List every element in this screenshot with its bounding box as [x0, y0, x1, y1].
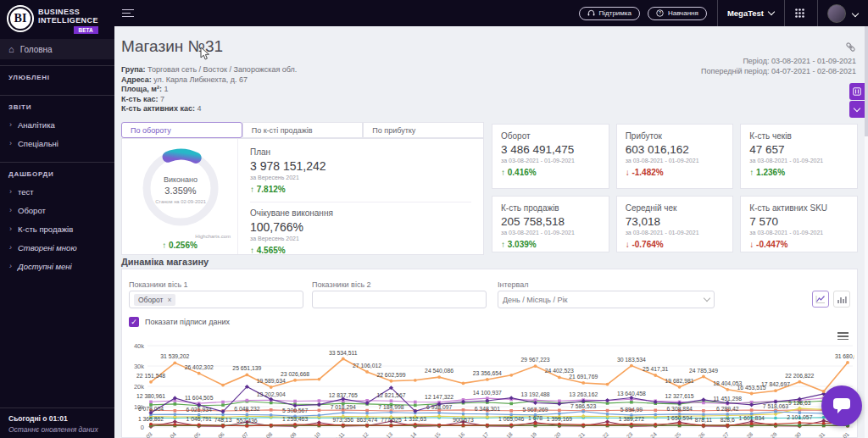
- svg-text:08-04: 08-04: [163, 430, 177, 438]
- store-info: Група: Торговая сеть / Восток / Запорожс…: [121, 65, 297, 114]
- account-name: MegaTest: [727, 8, 764, 18]
- tab-by-profit[interactable]: По прибутку: [363, 122, 484, 138]
- current-period: Період: 03-08-2021 - 01-09-2021: [701, 56, 856, 66]
- svg-text:7 518,063: 7 518,063: [763, 403, 788, 409]
- sidebar-item-available-to-me[interactable]: › Доступні мені: [8, 257, 106, 275]
- show-data-labels-checkbox[interactable]: ✓ Показати підписи даних: [129, 317, 230, 327]
- svg-text:29 967,223: 29 967,223: [521, 357, 550, 363]
- user-avatar[interactable]: [827, 4, 846, 23]
- chat-widget-button[interactable]: [821, 385, 862, 426]
- kpi-value: 3 486 491,475: [501, 143, 600, 156]
- tab-by-turnover[interactable]: По обороту: [121, 122, 242, 138]
- svg-text:08-06: 08-06: [211, 430, 225, 438]
- collapse-panel-button[interactable]: [849, 101, 865, 118]
- info-row: К-сть кас: 7: [121, 95, 297, 105]
- svg-text:08-29: 08-29: [764, 430, 778, 438]
- sidebar-item-turnover[interactable]: › Оборот: [8, 201, 106, 219]
- chevron-right-icon: ›: [9, 121, 12, 129]
- svg-text:31 680,64: 31 680,64: [835, 353, 854, 359]
- kpi-card-sales-count: К-сть продажів 205 758,518 за 03-08-2021…: [492, 196, 609, 252]
- svg-text:31 539,202: 31 539,202: [160, 353, 189, 359]
- kpi-title: Середній чек: [626, 203, 725, 213]
- gauge-center-label: Виконано: [164, 175, 198, 184]
- sidebar-item-label: Створені мною: [18, 243, 77, 252]
- svg-text:08-11: 08-11: [331, 430, 346, 438]
- kpi-delta: ↓ -0.447%: [749, 240, 787, 249]
- svg-text:08-07: 08-07: [235, 430, 249, 438]
- svg-text:13 640,458: 13 640,458: [617, 391, 646, 396]
- axis2-multiselect[interactable]: [312, 291, 487, 308]
- line-chart-toggle[interactable]: [812, 291, 829, 308]
- kpi-delta: ↓ -1.482%: [626, 168, 664, 177]
- scrollbar-thumb[interactable]: [865, 26, 868, 136]
- svg-text:23 356,654: 23 356,654: [473, 370, 502, 376]
- sidebar-toggle-button[interactable]: [122, 7, 134, 19]
- svg-text:777,525: 777,525: [381, 417, 402, 423]
- svg-text:12 380,961: 12 380,961: [136, 393, 165, 399]
- plan-execution-card: Виконано 3.359% Станом на 02-09-2021 Hig…: [121, 138, 484, 255]
- sidebar-item-sales-count[interactable]: › К-сть продажів: [8, 219, 106, 238]
- training-button[interactable]: ? Навчання: [648, 7, 707, 20]
- home-icon: ⌂: [8, 44, 14, 54]
- dynamics-line-chart: 010k20k30k40k08-0308-0408-0508-0608-0708…: [125, 329, 854, 438]
- execution-gauge: Виконано 3.359% Станом на 02-09-2021 Hig…: [122, 139, 238, 254]
- svg-text:25 417,31: 25 417,31: [643, 366, 668, 372]
- apps-grid-button[interactable]: [794, 8, 805, 19]
- axis1-multiselect[interactable]: Оборот ×: [129, 291, 303, 308]
- sidebar-section-favorites: УЛЮБЛЕНІ: [0, 65, 114, 89]
- interval-select[interactable]: День / Місяць / Рік: [498, 291, 715, 308]
- sidebar: BI BUSINESS INTELLIGENCE BETA ⌂ Головна …: [0, 0, 114, 438]
- share-link-icon[interactable]: [845, 42, 856, 53]
- svg-text:1 046,791: 1 046,791: [186, 416, 212, 422]
- svg-text:1 650,594: 1 650,594: [666, 415, 692, 421]
- filter-panel-button[interactable]: [849, 83, 865, 100]
- sidebar-item-special[interactable]: › Спеціальні: [8, 134, 106, 152]
- sidebar-item-home[interactable]: ⌂ Головна: [0, 39, 114, 59]
- svg-text:900,673: 900,673: [453, 417, 474, 423]
- sidebar-home-label: Головна: [20, 45, 53, 54]
- support-button[interactable]: Підтримка: [579, 7, 640, 20]
- chevron-down-icon: [768, 8, 775, 15]
- svg-text:30k: 30k: [134, 363, 144, 370]
- svg-text:552,436: 552,436: [236, 418, 258, 424]
- kpi-period: за 03-08-2021 - 01-09-2021: [501, 158, 600, 164]
- svg-text:12 837,765: 12 837,765: [329, 392, 358, 398]
- sidebar-section-reports: ЗВІТИ › Аналітика › Спеціальні: [0, 95, 114, 156]
- last-update-caption: Останнє оновлення даних: [8, 425, 106, 434]
- account-menu[interactable]: MegaTest: [727, 8, 774, 18]
- filter-panel-icon: [853, 87, 861, 96]
- axis1-chip-turnover[interactable]: Оборот ×: [134, 294, 175, 306]
- svg-text:6 308,884: 6 308,884: [666, 406, 692, 412]
- info-row: Площа, м²: 1: [121, 85, 297, 95]
- expected-block: Очікуване виконання 100,766% за Вересень…: [250, 208, 483, 257]
- bar-chart-toggle[interactable]: [833, 291, 850, 308]
- sidebar-item-analytics[interactable]: › Аналітика: [8, 115, 106, 134]
- svg-text:40k: 40k: [134, 342, 144, 350]
- svg-text:08-17: 08-17: [476, 430, 490, 438]
- scrollbar[interactable]: [865, 26, 868, 438]
- tab-by-sales-count[interactable]: По к-сті продажів: [242, 122, 364, 138]
- dynamics-section-title: Динаміка магазину: [121, 257, 209, 267]
- kpi-period: за 03-08-2021 - 01-09-2021: [626, 230, 725, 236]
- svg-text:11 451,298: 11 451,298: [714, 396, 743, 402]
- chevron-down-icon[interactable]: [852, 9, 859, 16]
- topbar-right: Підтримка ? Навчання MegaTest: [579, 0, 868, 26]
- sidebar-item-test[interactable]: › тест: [8, 182, 106, 201]
- svg-text:6 289,42: 6 289,42: [716, 406, 739, 412]
- svg-text:2 101,057: 2 101,057: [787, 414, 812, 420]
- svg-text:878,11: 878,11: [695, 417, 713, 423]
- info-row: Група: Торговая сеть / Восток / Запорожс…: [121, 65, 297, 75]
- svg-text:13 192,488: 13 192,488: [521, 391, 550, 397]
- svg-text:6 021,934: 6 021,934: [186, 407, 212, 413]
- svg-text:7 018,294: 7 018,294: [331, 404, 356, 410]
- sidebar-item-created-by-me[interactable]: › Створені мною: [8, 238, 106, 257]
- svg-text:?: ?: [659, 10, 661, 15]
- svg-text:08-15: 08-15: [427, 430, 442, 438]
- close-icon[interactable]: ×: [167, 296, 171, 304]
- kpi-title: К-сть чеків: [749, 131, 849, 141]
- kpi-card-active-sku: К-сть активних SKU 7 570 за 03-08-2021 -…: [740, 196, 858, 252]
- svg-text:6 348,301: 6 348,301: [475, 406, 500, 412]
- svg-text:19 682,981: 19 682,981: [665, 378, 694, 384]
- kpi-value: 47 657: [749, 143, 849, 156]
- axis1-label: Показники вісь 1: [129, 280, 188, 289]
